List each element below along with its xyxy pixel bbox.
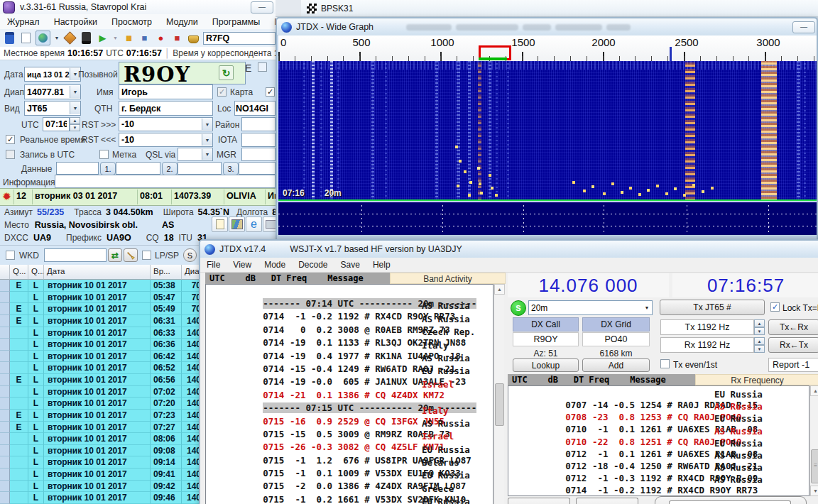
- decode-row[interactable]: 0715 -1 0.1 1009 # V53DX EU1FQ KO33 Bela…: [206, 457, 493, 470]
- col-q1[interactable]: Q...: [10, 265, 28, 280]
- frequency-scale[interactable]: 0 500 1000 1500 2000 2500 3000: [278, 35, 817, 62]
- row-selector[interactable]: [0, 481, 10, 493]
- decode-row[interactable]: 0712 -18 -0.4 1250 # RW6ATD RA0J -21 AS …: [508, 450, 809, 462]
- logger-menu-item[interactable]: Просмотр: [104, 17, 159, 27]
- pause-icon[interactable]: ▮▮: [121, 31, 135, 45]
- row-selector[interactable]: [0, 422, 10, 434]
- tx-mode-button[interactable]: Tx JT65 #: [660, 300, 765, 315]
- partial-button[interactable]: [669, 500, 791, 504]
- data-button-2[interactable]: 2.: [162, 162, 178, 175]
- decode-row[interactable]: 0715 -26 -0.3 3082 @ CQ 4Z5LF KM71 Israe…: [206, 431, 493, 444]
- log-table-row[interactable]: L вторник 10 01 2017 06:42 140: [0, 351, 203, 363]
- tx-frequency-field[interactable]: Tx 1192 Hz: [660, 319, 754, 335]
- report-field[interactable]: Report -1: [768, 358, 818, 372]
- band-combobox[interactable]: 14077.81 ▼: [24, 84, 81, 99]
- decode-row[interactable]: 0714 -15 -0.4 1249 # RW6ATD RA0J -21 AS …: [206, 353, 493, 366]
- log-table-row[interactable]: E L вторник 10 01 2017 07:27 140: [0, 422, 203, 434]
- lpsp-checkbox[interactable]: [142, 251, 151, 260]
- row-selector[interactable]: [0, 292, 10, 304]
- qslvia-combobox[interactable]: ▼: [178, 148, 213, 161]
- band-activity-scrollbar[interactable]: ▲: [493, 284, 504, 504]
- partial-button[interactable]: [576, 498, 638, 504]
- utc-field[interactable]: [43, 117, 70, 131]
- rst-rcvd-combobox[interactable]: -10 ▼: [119, 133, 213, 147]
- stop-icon[interactable]: ■: [138, 31, 151, 45]
- spin-up-icon[interactable]: ▲: [70, 117, 80, 124]
- band-select-dropdown-icon[interactable]: ▼: [642, 302, 652, 314]
- dx-call-value[interactable]: R9OY: [513, 332, 579, 346]
- decode-row[interactable]: 0715 -1 0.2 1661 # V53DX SV2DFK KN10 Gre…: [206, 483, 493, 496]
- waterfall-display[interactable]: 07:16 20m: [278, 61, 817, 201]
- record-icon[interactable]: ●: [154, 31, 168, 45]
- band-select-combobox[interactable]: 20m ▼: [528, 300, 653, 315]
- log-table-row[interactable]: E L вторник 10 01 2017 05:38 70: [0, 280, 203, 292]
- broom-button[interactable]: [124, 248, 138, 262]
- rx-frequency-list[interactable]: 0707 -14 -0.5 1254 # RA0J RD3AD R-15 EU …: [508, 385, 809, 496]
- callsign-search-input[interactable]: [203, 32, 276, 45]
- band-activity-list[interactable]: ------- 07:14 UTC ---------- 20m -------…: [205, 284, 493, 504]
- logger-titlebar[interactable]: v.3.31-61 Russia, Stavropol Krai —: [0, 0, 278, 15]
- spin-down-icon[interactable]: ▼: [754, 327, 765, 335]
- spin-down-icon[interactable]: ▼: [70, 124, 80, 131]
- decode-row[interactable]: 0712 -1 0.1 1261 # UA6XES R1AB -08 EU Ru…: [508, 438, 809, 450]
- row-selector[interactable]: [0, 374, 10, 386]
- col-q2[interactable]: Q...: [28, 265, 44, 280]
- mark-checkbox[interactable]: [99, 150, 109, 159]
- log-table-row[interactable]: L вторник 10 01 2017 06:52 140: [0, 362, 203, 374]
- row-selector[interactable]: [0, 339, 10, 351]
- log-table-row[interactable]: L вторник 10 01 2017 06:36 140: [0, 339, 203, 351]
- qslvia-dropdown-icon[interactable]: ▼: [202, 149, 212, 160]
- row-selector[interactable]: [0, 492, 10, 504]
- iota-field[interactable]: [241, 133, 276, 147]
- play-icon[interactable]: ▶: [96, 31, 109, 45]
- data-field-2[interactable]: [116, 162, 160, 175]
- log-table-row[interactable]: L вторник 10 01 2017 07:02 140: [0, 386, 203, 398]
- jtdx-menu-item[interactable]: Mode: [258, 260, 292, 270]
- decode-row[interactable]: 0712 -1 -0.3 1192 # RX4CD R9OY R-09 AS R…: [508, 462, 809, 474]
- rst-sent-dropdown-icon[interactable]: ▼: [202, 119, 212, 130]
- decode-row[interactable]: 0714 -19 0.4 1977 # RK1NA IU4APO -18 Ita…: [206, 340, 493, 353]
- rx-frequency-scrollbar[interactable]: ▲ ≡ ▼: [809, 385, 818, 496]
- row-selector[interactable]: [0, 469, 10, 481]
- decode-row[interactable]: 0715 -1 1.2 676 # US8IPR UA9FGR LO87 EU …: [206, 444, 493, 457]
- log-table-row[interactable]: L вторник 10 01 2017 09:46 140: [0, 492, 203, 504]
- s-button[interactable]: S: [183, 248, 197, 262]
- spectrum-display[interactable]: [278, 202, 817, 236]
- info-field[interactable]: [55, 175, 276, 188]
- row-selector[interactable]: [0, 303, 10, 315]
- logger-menu-item[interactable]: Журнал: [0, 17, 47, 27]
- rx-from-tx-button[interactable]: Rx←Tx: [768, 337, 818, 353]
- log-table-row[interactable]: L вторник 10 01 2017 09:41 140: [0, 469, 203, 481]
- row-selector[interactable]: [0, 456, 10, 469]
- rx-frequency-tab[interactable]: Rx Frequency: [695, 374, 818, 385]
- rx-frequency-spinner[interactable]: ▲ ▼: [754, 337, 765, 353]
- scroll-up-icon[interactable]: ▲: [810, 385, 818, 396]
- scroll-thumb[interactable]: ≡: [811, 449, 818, 483]
- row-selector[interactable]: [0, 280, 10, 292]
- tx-frequency-spinner[interactable]: ▲ ▼: [754, 319, 765, 335]
- new-document-icon[interactable]: [19, 31, 33, 45]
- tx-even-checkbox[interactable]: [660, 359, 670, 368]
- mode-combobox[interactable]: JT65 ▼: [24, 101, 81, 116]
- sound-icon[interactable]: [63, 31, 77, 45]
- log-table-row[interactable]: E L вторник 10 01 2017 07:23 140: [0, 410, 203, 422]
- lock-txrx-checkbox[interactable]: ✓: [770, 302, 780, 312]
- swap-button[interactable]: ⇄: [108, 248, 122, 262]
- log-table-row[interactable]: L вторник 10 01 2017 05:47 70: [0, 292, 203, 304]
- partial-button[interactable]: [508, 498, 570, 504]
- logger-menu-item[interactable]: Модули: [159, 17, 205, 27]
- data-button-3[interactable]: 3.: [223, 162, 239, 175]
- jtdx-titlebar[interactable]: JTDX v17.4 WSJT-X v1.7 based HF version …: [200, 241, 818, 258]
- log-table-row[interactable]: E L вторник 10 01 2017 06:31 140: [0, 315, 203, 327]
- log-table-row[interactable]: E L вторник 10 01 2017 06:56 140: [0, 374, 203, 386]
- decode-row[interactable]: 0714 -1 -0.2 1192 # RX4CD R9OY RR73 AS R…: [206, 300, 493, 313]
- data-button-1[interactable]: 1.: [100, 162, 116, 175]
- map-icon[interactable]: [229, 217, 245, 232]
- decode-row[interactable]: ------- 07:15 UTC ---------- 20m -------: [206, 392, 493, 405]
- dx-grid-value[interactable]: PO40: [582, 332, 650, 346]
- row-selector[interactable]: [0, 398, 10, 410]
- rst-sent-combobox[interactable]: -10 ▼: [119, 117, 213, 131]
- decode-row[interactable]: 0715 -2 0.0 1386 # 4Z4DX RA9FIM LO87 EU …: [206, 470, 493, 483]
- floppy-icon[interactable]: [80, 31, 93, 45]
- decode-row[interactable]: 0714 -1 -0.2 1192 # RX4CD R9OY RR73 AS R…: [508, 474, 809, 486]
